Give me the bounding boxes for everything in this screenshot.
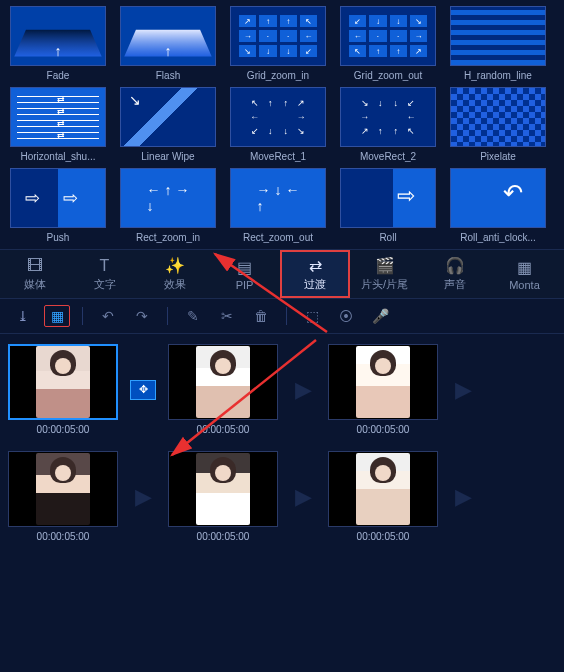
transition-label: H_random_line [450, 70, 546, 81]
wand-icon: ✨ [165, 256, 185, 275]
clip[interactable]: 00:00:05:00 [168, 451, 278, 542]
transition-thumb [450, 6, 546, 66]
transition-thumb: → ↓ ←↑ [230, 168, 326, 228]
clip-duration: 00:00:05:00 [37, 531, 90, 542]
transition-label: Horizontal_shu... [10, 151, 106, 162]
storyboard-row: 00:00:05:00 ✥ 00:00:05:00 ▶ 00:00:05:00 … [8, 344, 556, 435]
transition-moverect-2[interactable]: ↘↓↓↙→←↗↑↑↖ MoveRect_2 [338, 87, 438, 162]
record-button[interactable]: ⦿ [333, 305, 359, 327]
transition-roll-anti-clock[interactable]: Roll_anti_clock... [448, 168, 548, 243]
pip-icon: ▤ [237, 258, 252, 277]
transition-thumb [120, 6, 216, 66]
main-toolbar: 🎞媒体 T文字 ✨效果 ▤PIP ⇄过渡 🎬片头/片尾 🎧声音 ▦Monta [0, 249, 564, 299]
transition-fade[interactable]: Fade [8, 6, 108, 81]
transition-flash[interactable]: Flash [118, 6, 218, 81]
transition-thumb [10, 87, 106, 147]
transition-label: Flash [120, 70, 216, 81]
transition-label: Grid_zoom_in [230, 70, 326, 81]
clip-thumbnail [36, 453, 90, 525]
storyboard-view-button[interactable]: ▦ [44, 305, 70, 327]
clip-thumbnail [36, 346, 90, 418]
transition-label: Linear Wipe [120, 151, 216, 162]
clip-duration: 00:00:05:00 [197, 531, 250, 542]
text-icon: T [100, 257, 110, 275]
clip-duration: 00:00:05:00 [357, 424, 410, 435]
transition-icon: ⇄ [309, 256, 322, 275]
transition-label: Fade [10, 70, 106, 81]
clip-frame [168, 344, 278, 420]
cut-button[interactable]: ✂ [214, 305, 240, 327]
transition-slot[interactable]: ▶ [128, 459, 158, 535]
transition-label: Rect_zoom_in [120, 232, 216, 243]
clip[interactable]: 00:00:05:00 [8, 451, 118, 542]
transition-thumb [450, 87, 546, 147]
transition-thumb [340, 168, 436, 228]
transition-thumb: ← ↑ →↓ [120, 168, 216, 228]
transition-h-random-line[interactable]: H_random_line [448, 6, 548, 81]
clip[interactable]: 00:00:05:00 [328, 344, 438, 435]
separator [286, 307, 287, 325]
zoom-fit-icon[interactable]: ⤓ [10, 305, 36, 327]
clip-thumbnail [196, 346, 250, 418]
transition-horizontal-shuffle[interactable]: Horizontal_shu... [8, 87, 108, 162]
tab-text[interactable]: T文字 [70, 250, 140, 298]
transition-rect-zoom-in[interactable]: ← ↑ →↓ Rect_zoom_in [118, 168, 218, 243]
storyboard-row: 00:00:05:00 ▶ 00:00:05:00 ▶ 00:00:05:00 … [8, 451, 556, 542]
clip[interactable]: 00:00:05:00 [168, 344, 278, 435]
clip-frame [168, 451, 278, 527]
arrow-right-icon: ▶ [135, 484, 152, 510]
tab-media[interactable]: 🎞媒体 [0, 250, 70, 298]
crop-button[interactable]: ⬚ [299, 305, 325, 327]
transition-slot[interactable]: ▶ [448, 459, 478, 535]
tab-pip[interactable]: ▤PIP [210, 250, 280, 298]
transition-slot[interactable]: ✥ [128, 352, 158, 428]
tab-transition[interactable]: ⇄过渡 [280, 250, 350, 298]
clip-thumbnail [356, 453, 410, 525]
transition-thumb: ↗↑↑↖→··←↘↓↓↙ [230, 6, 326, 66]
transition-thumb [10, 168, 106, 228]
undo-button[interactable]: ↶ [95, 305, 121, 327]
clapper-icon: 🎬 [375, 256, 395, 275]
clip-duration: 00:00:05:00 [37, 424, 90, 435]
clip-duration: 00:00:05:00 [357, 531, 410, 542]
delete-button[interactable]: 🗑 [248, 305, 274, 327]
transitions-panel: Fade Flash ↗↑↑↖→··←↘↓↓↙ Grid_zoom_in ↙↓↓… [0, 0, 564, 249]
transition-grid-zoom-in[interactable]: ↗↑↑↖→··←↘↓↓↙ Grid_zoom_in [228, 6, 328, 81]
montage-icon: ▦ [517, 258, 532, 277]
transition-thumb [450, 168, 546, 228]
arrow-right-icon: ▶ [455, 484, 472, 510]
transition-rect-zoom-out[interactable]: → ↓ ←↑ Rect_zoom_out [228, 168, 328, 243]
transition-label: Rect_zoom_out [230, 232, 326, 243]
transition-thumb: ↙↓↓↘←··→↖↑↑↗ [340, 6, 436, 66]
transition-slot[interactable]: ▶ [288, 459, 318, 535]
tab-intro-outro[interactable]: 🎬片头/片尾 [350, 250, 420, 298]
edit-button[interactable]: ✎ [180, 305, 206, 327]
tab-sound[interactable]: 🎧声音 [420, 250, 490, 298]
storyboard: 00:00:05:00 ✥ 00:00:05:00 ▶ 00:00:05:00 … [0, 334, 564, 552]
voiceover-button[interactable]: 🎤 [367, 305, 393, 327]
redo-button[interactable]: ↷ [129, 305, 155, 327]
transition-thumb [10, 6, 106, 66]
transition-thumb [120, 87, 216, 147]
clip[interactable]: 00:00:05:00 [328, 451, 438, 542]
transition-slot[interactable]: ▶ [448, 352, 478, 428]
transition-push[interactable]: Push [8, 168, 108, 243]
clip-frame [328, 344, 438, 420]
separator [82, 307, 83, 325]
transition-pixelate[interactable]: Pixelate [448, 87, 548, 162]
transition-moverect-1[interactable]: ↖↑↑↗←→↙↓↓↘ MoveRect_1 [228, 87, 328, 162]
clip-frame [8, 451, 118, 527]
clip[interactable]: 00:00:05:00 [8, 344, 118, 435]
clip-thumbnail [196, 453, 250, 525]
transition-slot[interactable]: ▶ [288, 352, 318, 428]
clip-duration: 00:00:05:00 [197, 424, 250, 435]
transition-roll[interactable]: Roll [338, 168, 438, 243]
applied-transition-icon: ✥ [130, 380, 156, 400]
transition-label: MoveRect_1 [230, 151, 326, 162]
transition-linear-wipe[interactable]: Linear Wipe [118, 87, 218, 162]
tab-effects[interactable]: ✨效果 [140, 250, 210, 298]
transition-grid-zoom-out[interactable]: ↙↓↓↘←··→↖↑↑↗ Grid_zoom_out [338, 6, 438, 81]
transition-label: Roll [340, 232, 436, 243]
arrow-right-icon: ▶ [295, 484, 312, 510]
tab-montage[interactable]: ▦Monta [490, 250, 560, 298]
